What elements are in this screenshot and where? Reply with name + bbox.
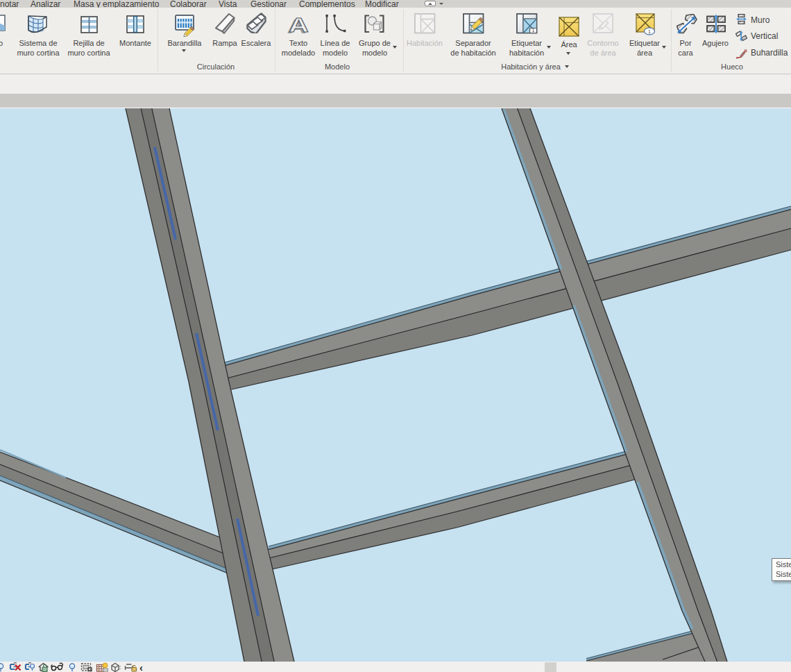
svg-text:1: 1 <box>532 28 535 33</box>
svg-text:A: A <box>289 14 309 35</box>
svg-text:1: 1 <box>648 29 651 34</box>
